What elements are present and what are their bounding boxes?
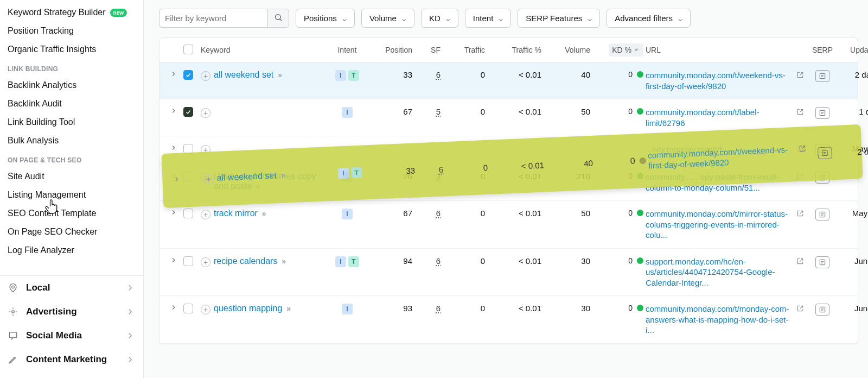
keyword-link[interactable]: question mapping xyxy=(214,304,282,313)
expand-arrows-icon[interactable]: » xyxy=(260,209,266,218)
filter-chip-advanced[interactable]: Advanced filters xyxy=(607,9,691,28)
sidebar-item-position-tracking[interactable]: Position Tracking xyxy=(0,22,143,40)
keyword-link[interactable]: recipe calendars xyxy=(214,256,277,266)
filter-chip-intent[interactable]: Intent xyxy=(465,9,512,28)
sidebar-item-backlink-audit[interactable]: Backlink Audit xyxy=(0,94,143,113)
serp-snapshot-button[interactable] xyxy=(815,107,829,119)
select-all-checkbox[interactable] xyxy=(183,45,193,54)
sidebar-item-site-audit[interactable]: Site Audit xyxy=(0,167,143,186)
add-keyword-button[interactable]: + xyxy=(201,257,210,267)
row-checkbox[interactable] xyxy=(183,144,193,154)
col-keyword[interactable]: Keyword xyxy=(201,46,330,54)
url-link[interactable]: community...... opy-paste-from-excel-col… xyxy=(646,172,793,193)
row-checkbox[interactable] xyxy=(183,304,193,313)
row-checkbox[interactable] xyxy=(183,256,193,266)
url-link[interactable]: community.monday.com/t/weekend-vs-first-… xyxy=(646,70,793,91)
col-url[interactable]: URL xyxy=(646,46,805,54)
url-link[interactable]: community.monday.com/t/mirror-status-col… xyxy=(646,209,793,241)
position-cell: 93 xyxy=(365,304,412,313)
url-link[interactable]: ...nity.monday.com/t/h xyxy=(646,144,793,155)
expand-row-button[interactable] xyxy=(166,107,181,116)
col-volume[interactable]: Volume xyxy=(544,46,590,54)
add-keyword-button[interactable]: + xyxy=(201,108,210,118)
col-traffic[interactable]: Traffic xyxy=(443,46,485,54)
expand-row-button[interactable] xyxy=(166,256,181,266)
expand-row-button[interactable] xyxy=(166,70,181,79)
keyword-link[interactable]: all weekend set xyxy=(214,70,273,79)
sidebar-item-log-file-analyzer[interactable]: Log File Analyzer xyxy=(0,241,143,260)
sf-value[interactable]: 6 xyxy=(436,70,441,79)
sf-value[interactable]: 6 xyxy=(436,209,441,218)
serp-snapshot-button[interactable] xyxy=(815,144,829,156)
sidebar-item-organic-traffic-insights[interactable]: Organic Traffic Insights xyxy=(0,40,143,59)
filter-chip-positions[interactable]: Positions xyxy=(296,9,355,28)
add-keyword-button[interactable]: + xyxy=(201,71,210,81)
sidebar-item-seo-content-template[interactable]: SEO Content Template xyxy=(0,204,143,223)
serp-snapshot-button[interactable] xyxy=(815,256,829,268)
sidebar-item-keyword-strategy-builder[interactable]: Keyword Strategy Builder new xyxy=(0,3,143,22)
external-link-icon[interactable] xyxy=(796,173,805,181)
add-keyword-button[interactable]: + xyxy=(201,173,210,182)
sf-value[interactable]: 6 xyxy=(436,304,441,313)
expand-arrows-icon[interactable]: » xyxy=(279,257,286,266)
expand-arrows-icon[interactable]: » xyxy=(284,304,291,313)
serp-snapshot-button[interactable] xyxy=(815,304,829,316)
url-link[interactable]: support.monday.com/hc/en-us/articles/440… xyxy=(646,256,793,288)
keyword-link[interactable]: i love you 1000 times copy and paste xyxy=(214,172,316,191)
expand-arrows-icon[interactable]: » xyxy=(254,182,260,191)
sidebar-item-on-page-seo-checker[interactable]: On Page SEO Checker xyxy=(0,223,143,241)
col-intent[interactable]: Intent xyxy=(332,46,362,54)
add-keyword-button[interactable]: + xyxy=(201,210,210,219)
sidebar-footer-advertising[interactable]: Advertising xyxy=(0,300,143,324)
row-checkbox[interactable] xyxy=(183,70,193,80)
col-updated[interactable]: Updated xyxy=(840,46,868,54)
external-link-icon[interactable] xyxy=(796,108,805,117)
filter-chip-serp-features[interactable]: SERP Features xyxy=(518,9,600,28)
filter-chip-volume[interactable]: Volume xyxy=(361,9,414,28)
sf-value[interactable]: 5 xyxy=(436,107,441,116)
sidebar-item-backlink-analytics[interactable]: Backlink Analytics xyxy=(0,76,143,94)
sf-value[interactable]: 6 xyxy=(436,256,441,266)
expand-arrows-icon[interactable]: » xyxy=(276,71,282,79)
external-link-icon[interactable] xyxy=(796,71,805,80)
sidebar-footer-local[interactable]: Local xyxy=(0,276,143,300)
sidebar-item-bulk-analysis[interactable]: Bulk Analysis xyxy=(0,131,143,150)
row-checkbox[interactable] xyxy=(183,209,193,218)
filter-chip-kd[interactable]: KD xyxy=(421,9,458,28)
col-kd[interactable]: KD % xyxy=(592,43,643,56)
col-position[interactable]: Position xyxy=(365,46,412,54)
add-keyword-button[interactable]: + xyxy=(201,145,210,155)
serp-snapshot-button[interactable] xyxy=(815,172,829,184)
col-sf[interactable]: SF xyxy=(414,46,441,54)
expand-row-button[interactable] xyxy=(166,172,181,181)
svg-rect-8 xyxy=(820,175,825,180)
sidebar-item-listing-management[interactable]: Listing Management xyxy=(0,186,143,204)
intent-cell: IT xyxy=(332,256,362,267)
row-checkbox[interactable] xyxy=(183,172,193,181)
traffic-cell: 0 xyxy=(443,209,485,218)
sf-value[interactable]: 3 xyxy=(436,172,441,181)
col-trafficpct[interactable]: Traffic % xyxy=(487,46,541,54)
expand-row-button[interactable] xyxy=(166,144,181,153)
serp-snapshot-button[interactable] xyxy=(815,70,829,82)
sidebar-footer-content-marketing[interactable]: Content Marketing xyxy=(0,348,143,371)
keyword-filter-input[interactable] xyxy=(159,9,267,28)
serp-snapshot-button[interactable] xyxy=(815,209,829,220)
expand-row-button[interactable] xyxy=(166,304,181,313)
sidebar-item-link-building-tool[interactable]: Link Building Tool xyxy=(0,113,143,131)
sidebar-footer-social-media[interactable]: Social Media xyxy=(0,324,143,348)
external-link-icon[interactable] xyxy=(796,257,805,266)
external-link-icon[interactable] xyxy=(796,210,805,218)
keyword-filter-search-button[interactable] xyxy=(267,9,289,28)
keyword-link[interactable]: track mirror xyxy=(214,209,258,218)
kd-cell: 0 xyxy=(592,107,643,116)
url-link[interactable]: community.monday.com/t/monday-com-answer… xyxy=(646,304,793,336)
external-link-icon[interactable] xyxy=(796,305,805,313)
add-keyword-button[interactable]: + xyxy=(201,305,210,314)
row-checkbox[interactable] xyxy=(183,107,193,117)
url-link[interactable]: community.monday.com/t/label-limit/62796 xyxy=(646,107,793,128)
col-serp[interactable]: SERP xyxy=(807,46,838,54)
intent-pill: T xyxy=(348,70,359,81)
expand-row-button[interactable] xyxy=(166,209,181,218)
external-link-icon[interactable] xyxy=(796,145,805,154)
